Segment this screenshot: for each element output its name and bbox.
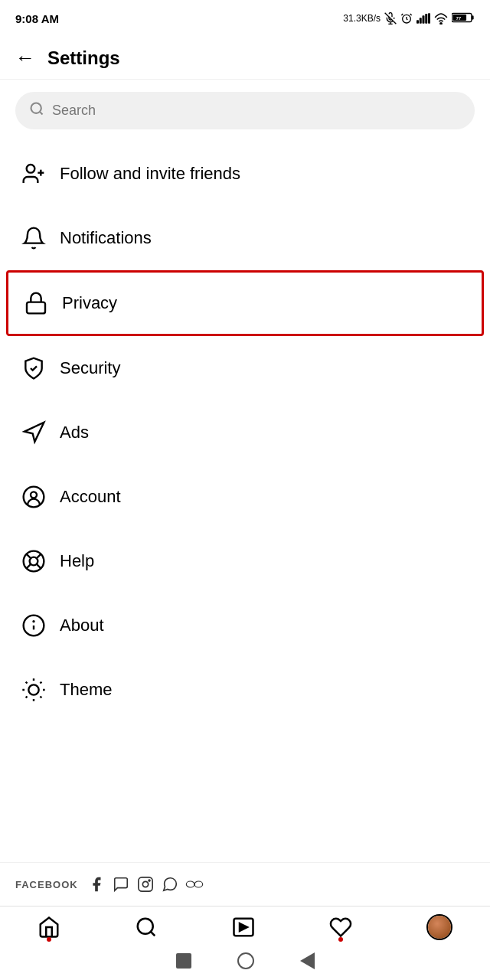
- svg-line-22: [27, 554, 31, 559]
- svg-point-36: [138, 919, 153, 934]
- theme-icon: [15, 671, 52, 708]
- svg-rect-5: [425, 14, 427, 24]
- menu-label-follow: Follow and invite friends: [60, 164, 240, 184]
- facebook-app-icons: [87, 875, 204, 893]
- android-recents-button[interactable]: [176, 953, 191, 969]
- nav-home[interactable]: [38, 916, 60, 939]
- svg-line-37: [151, 932, 155, 936]
- menu-item-privacy[interactable]: Privacy: [6, 270, 484, 336]
- svg-point-31: [142, 881, 148, 887]
- search-bar[interactable]: [15, 92, 475, 129]
- heart-icon: [329, 916, 352, 939]
- messenger-icon: [112, 875, 130, 893]
- heart-dot: [338, 937, 343, 942]
- shield-icon: [15, 350, 52, 387]
- account-icon: [15, 479, 52, 515]
- help-icon: [15, 543, 52, 580]
- menu-label-help: Help: [60, 551, 94, 571]
- svg-point-12: [31, 103, 41, 113]
- mute-icon: [384, 12, 397, 24]
- svg-line-25: [27, 564, 31, 569]
- svg-point-14: [27, 165, 35, 173]
- svg-point-7: [440, 23, 442, 24]
- menu-label-about: About: [60, 616, 104, 635]
- svg-text:77: 77: [456, 15, 461, 20]
- status-time: 9:08 AM: [15, 12, 59, 25]
- search-icon: [29, 101, 44, 120]
- menu-label-security: Security: [60, 358, 120, 378]
- svg-rect-6: [428, 13, 430, 24]
- menu-label-notifications: Notifications: [60, 228, 152, 248]
- facebook-brand-label: FACEBOOK: [15, 879, 78, 890]
- battery-level: 77: [452, 11, 475, 26]
- signal-icon: [416, 12, 430, 24]
- android-back-button[interactable]: [300, 952, 315, 969]
- svg-line-24: [37, 554, 41, 559]
- menu-label-ads: Ads: [60, 423, 89, 443]
- nav-heart[interactable]: [329, 916, 352, 939]
- svg-rect-4: [423, 15, 425, 24]
- svg-point-32: [149, 880, 150, 881]
- nav-profile[interactable]: [426, 914, 452, 940]
- home-icon: [38, 916, 60, 939]
- svg-line-13: [40, 112, 43, 115]
- menu-label-privacy: Privacy: [62, 293, 117, 313]
- svg-rect-17: [27, 302, 45, 314]
- menu-item-help[interactable]: Help: [15, 529, 475, 593]
- status-right: 31.3KB/s 77: [343, 11, 475, 26]
- menu-item-follow[interactable]: Follow and invite friends: [15, 142, 475, 206]
- search-container: [0, 80, 490, 142]
- nav-video[interactable]: [232, 916, 255, 939]
- avatar-image: [428, 916, 451, 939]
- info-icon: [15, 607, 52, 644]
- menu-label-theme: Theme: [60, 680, 112, 700]
- nav-search-icon: [135, 916, 158, 939]
- nav-search[interactable]: [135, 916, 158, 939]
- home-dot: [47, 937, 51, 942]
- wifi-icon: [434, 12, 448, 24]
- svg-rect-2: [416, 20, 419, 24]
- back-button[interactable]: ←: [15, 46, 35, 70]
- alarm-icon: [400, 12, 413, 24]
- battery-icon: 77: [452, 11, 475, 24]
- svg-rect-3: [420, 18, 422, 24]
- menu-item-notifications[interactable]: Notifications: [15, 206, 475, 270]
- facebook-icon: [87, 875, 106, 893]
- bottom-navigation: [0, 906, 490, 945]
- bell-icon: [15, 220, 52, 256]
- status-bar: 9:08 AM 31.3KB/s 77: [0, 0, 490, 37]
- svg-marker-39: [240, 923, 247, 931]
- facebook-footer: FACEBOOK: [0, 862, 490, 906]
- header: ← Settings: [0, 37, 490, 80]
- megaphone-icon: [15, 414, 52, 451]
- avatar[interactable]: [426, 914, 452, 940]
- svg-line-23: [37, 564, 41, 569]
- svg-point-19: [31, 492, 37, 498]
- menu-item-ads[interactable]: Ads: [15, 400, 475, 465]
- svg-rect-30: [139, 877, 152, 891]
- menu-item-account[interactable]: Account: [15, 465, 475, 529]
- svg-point-29: [28, 684, 38, 694]
- svg-point-33: [186, 881, 194, 887]
- svg-rect-9: [472, 15, 474, 19]
- menu-label-account: Account: [60, 487, 121, 507]
- android-home-button[interactable]: [237, 952, 254, 969]
- lock-icon: [18, 285, 54, 322]
- video-icon: [232, 916, 255, 939]
- menu-item-theme[interactable]: Theme: [15, 658, 475, 722]
- instagram-icon: [136, 875, 155, 893]
- whatsapp-icon: [161, 875, 179, 893]
- meta-icon: [185, 875, 204, 893]
- search-input[interactable]: [52, 103, 461, 119]
- menu-list: Follow and invite friends Notifications …: [0, 142, 490, 862]
- svg-point-21: [30, 557, 38, 566]
- menu-item-security[interactable]: Security: [15, 336, 475, 400]
- menu-item-about[interactable]: About: [15, 593, 475, 658]
- network-speed: 31.3KB/s: [343, 13, 381, 24]
- svg-point-34: [194, 881, 203, 887]
- page-title: Settings: [47, 47, 120, 69]
- svg-point-18: [24, 487, 44, 508]
- person-add-icon: [15, 155, 52, 192]
- android-system-bar: [0, 945, 490, 980]
